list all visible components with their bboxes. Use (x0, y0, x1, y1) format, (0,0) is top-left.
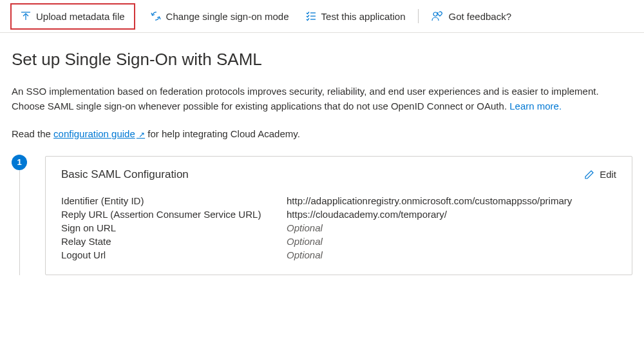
guide-prefix: Read the (12, 128, 53, 139)
main-content: Set up Single Sign-On with SAML An SSO i… (0, 33, 644, 287)
kv-key: Relay State (61, 236, 287, 247)
saml-config-table: Identifier (Entity ID) http://adapplicat… (61, 194, 616, 262)
divider (418, 9, 419, 23)
kv-val: http://adapplicationregistry.onmicrosoft… (287, 195, 616, 206)
table-row: Sign on URL Optional (61, 221, 616, 235)
guide-row: Read the configuration guide ↗ for help … (12, 128, 632, 139)
feedback-person-icon (431, 11, 443, 21)
feedback-label: Got feedback? (448, 11, 511, 22)
kv-key: Reply URL (Assertion Consumer Service UR… (61, 209, 287, 220)
edit-button[interactable]: Edit (584, 169, 616, 180)
learn-more-link[interactable]: Learn more. (509, 101, 562, 111)
feedback-button[interactable]: Got feedback? (431, 11, 511, 22)
kv-key: Logout Url (61, 249, 287, 260)
kv-key: Sign on URL (61, 222, 287, 233)
change-mode-label: Change single sign-on mode (166, 11, 289, 22)
card-header: Basic SAML Configuration Edit (61, 168, 616, 181)
step-1: 1 Basic SAML Configuration Edit Identifi… (12, 156, 632, 275)
test-app-button[interactable]: Test this application (306, 11, 406, 22)
kv-val: https://cloudacademy.com/temporary/ (287, 209, 616, 220)
pencil-icon (584, 169, 594, 180)
swap-icon (151, 11, 161, 21)
kv-val: Optional (287, 249, 616, 260)
kv-val: Optional (287, 236, 616, 247)
table-row: Relay State Optional (61, 235, 616, 248)
kv-val: Optional (287, 222, 616, 233)
page-title: Set up Single Sign-On with SAML (12, 50, 632, 70)
change-mode-button[interactable]: Change single sign-on mode (151, 11, 289, 22)
guide-suffix: for help integrating Cloud Academy. (145, 128, 300, 139)
upload-metadata-label: Upload metadata file (36, 11, 125, 22)
card-title: Basic SAML Configuration (61, 168, 189, 181)
svg-point-5 (433, 12, 437, 16)
command-bar: Upload metadata file Change single sign-… (0, 0, 644, 33)
kv-key: Identifier (Entity ID) (61, 195, 287, 206)
step-number-badge: 1 (12, 155, 27, 170)
rail-line (19, 170, 20, 275)
upload-icon (21, 11, 31, 21)
upload-metadata-button[interactable]: Upload metadata file (10, 3, 135, 30)
table-row: Logout Url Optional (61, 248, 616, 262)
configuration-guide-link[interactable]: configuration guide ↗ (53, 128, 145, 139)
table-row: Identifier (Entity ID) http://adapplicat… (61, 194, 616, 208)
checklist-icon (306, 11, 316, 21)
intro-paragraph: An SSO implementation based on federatio… (12, 84, 632, 114)
basic-saml-card: Basic SAML Configuration Edit Identifier… (45, 156, 632, 275)
edit-label: Edit (600, 169, 616, 180)
test-app-label: Test this application (321, 11, 406, 22)
table-row: Reply URL (Assertion Consumer Service UR… (61, 208, 616, 221)
step-rail: 1 (12, 156, 27, 275)
external-link-icon: ↗ (137, 130, 145, 139)
